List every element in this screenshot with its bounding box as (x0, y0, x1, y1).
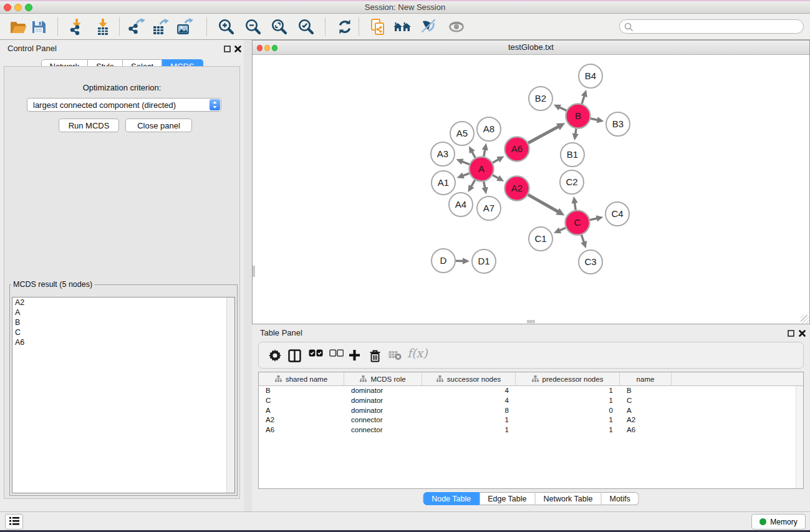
table-row[interactable]: A2connector11A2 (259, 415, 803, 425)
table-float-panel-icon[interactable] (787, 329, 795, 337)
dropdown-stepper-icon (210, 99, 220, 110)
edge-A-A6[interactable] (493, 159, 499, 163)
table-row[interactable]: Bdominator41B (259, 386, 803, 396)
mcds-result-item[interactable]: A6 (12, 337, 234, 347)
select-all-button[interactable] (309, 349, 323, 359)
edge-A-A5[interactable] (472, 152, 475, 158)
tab-network-table[interactable]: Network Table (536, 492, 602, 505)
mcds-result-title: MCDS result (5 nodes) (11, 280, 94, 289)
edge-B-B1[interactable] (576, 128, 576, 134)
table-row[interactable]: A6connector11A6 (259, 425, 803, 435)
open-session-button[interactable] (9, 17, 27, 36)
zoom-selected-button[interactable] (297, 17, 316, 36)
zoom-fit-button[interactable] (270, 17, 289, 36)
table-scrollbar[interactable] (796, 386, 803, 488)
close-window-button[interactable] (4, 4, 11, 11)
memory-button[interactable]: Memory (751, 514, 806, 530)
column-header-mcds-role[interactable]: MCDS role (344, 372, 422, 385)
edge-B-B2[interactable] (559, 107, 567, 110)
run-mcds-button[interactable]: Run MCDS (59, 118, 119, 132)
node-label-B: B (575, 110, 581, 121)
column-header-name[interactable]: name (620, 372, 672, 385)
edge-A-A3[interactable] (462, 162, 470, 165)
minimize-window-button[interactable] (14, 4, 22, 11)
criterion-dropdown[interactable]: largest connected component (directed) (27, 98, 221, 112)
export-table-button[interactable] (151, 17, 170, 36)
export-image-button[interactable] (175, 17, 194, 36)
network-close-button[interactable] (257, 45, 263, 51)
mcds-result-item[interactable]: C (12, 327, 234, 337)
mcds-result-item[interactable]: B (12, 317, 234, 327)
network-canvas[interactable]: B4B2BB3A8A5A6A3B1AA1C2A2A4A7C4CC1DD1C3 (253, 56, 809, 324)
cell-name: B (620, 386, 672, 396)
mcds-result-item[interactable]: A (12, 307, 234, 317)
close-panel-button[interactable]: Close panel (125, 118, 192, 132)
zoom-in-button[interactable] (217, 17, 236, 36)
refresh-button[interactable] (335, 17, 354, 36)
tab-edge-table[interactable]: Edge Table (480, 492, 535, 505)
edge-C-C1[interactable] (559, 228, 566, 230)
cell-mcds-role: dominator (344, 406, 422, 416)
home-view-button[interactable] (393, 17, 412, 36)
edge-A-A7[interactable] (484, 181, 485, 188)
window-resize-grip[interactable] (801, 315, 809, 323)
deselect-all-button[interactable] (329, 349, 344, 359)
tab-motifs[interactable]: Motifs (601, 492, 639, 505)
attribute-tree-icon (532, 375, 539, 382)
cell-mcds-role: dominator (344, 396, 422, 406)
edge-A6-B[interactable] (528, 127, 559, 143)
import-network-button[interactable] (67, 17, 86, 36)
titlebar[interactable]: Session: New Session (0, 1, 810, 14)
node-label-A: A (478, 163, 485, 174)
node-label-B4: B4 (585, 70, 596, 81)
control-panel: Control Panel NetworkStyleSelectMCDS Opt… (0, 40, 244, 511)
edge-C-C3[interactable] (581, 235, 584, 242)
column-header-predecessor-nodes[interactable]: predecessor nodes (516, 372, 620, 385)
column-label: MCDS role (370, 375, 405, 383)
edge-A-A1[interactable] (463, 173, 470, 176)
close-panel-icon[interactable] (234, 44, 242, 52)
search-input[interactable] (636, 21, 798, 32)
horizontal-scrollbar-hint[interactable] (527, 320, 535, 323)
show-graphics-details-button[interactable] (447, 17, 466, 36)
table-settings-button[interactable] (269, 349, 281, 364)
show-columns-button[interactable] (288, 349, 301, 364)
table-close-panel-icon[interactable] (798, 329, 806, 337)
edge-C-C2[interactable] (575, 203, 576, 210)
function-builder-button[interactable]: f(x) (407, 346, 428, 360)
save-session-button[interactable] (29, 17, 48, 36)
zoom-out-button[interactable] (244, 17, 263, 36)
mcds-result-item[interactable]: A2 (12, 297, 234, 307)
edge-C-C4[interactable] (590, 218, 597, 220)
float-panel-icon[interactable] (223, 44, 231, 52)
maximize-window-button[interactable] (25, 4, 32, 11)
import-table-button[interactable] (94, 17, 112, 36)
edge-A-A8[interactable] (484, 149, 485, 156)
mcds-result-list[interactable]: A2ABCA6 (12, 297, 235, 493)
task-history-button[interactable] (5, 514, 23, 530)
column-header-shared-name[interactable]: shared name (259, 372, 344, 385)
edge-A2-C[interactable] (528, 195, 558, 211)
network-window-title: testGlobe.txt (253, 41, 809, 54)
column-header-successor-nodes[interactable]: successor nodes (422, 372, 516, 385)
network-window-titlebar[interactable]: testGlobe.txt (253, 41, 809, 55)
vertical-scrollbar-hint[interactable] (253, 266, 255, 277)
network-minimize-button[interactable] (264, 45, 270, 51)
delete-table-button[interactable] (388, 349, 402, 362)
edge-B-B3[interactable] (591, 118, 598, 120)
network-maximize-button[interactable] (272, 45, 277, 51)
edge-A-A4[interactable] (471, 180, 475, 187)
edge-B-B4[interactable] (582, 95, 584, 104)
add-row-button[interactable] (349, 349, 360, 363)
arrowhead-icon (572, 133, 579, 141)
delete-row-button[interactable] (369, 349, 381, 364)
table-row[interactable]: Adominator80A (259, 406, 803, 416)
export-network-button[interactable] (127, 17, 146, 36)
copy-session-button[interactable] (369, 17, 387, 36)
hide-graphics-details-button[interactable] (420, 17, 438, 36)
tab-node-table[interactable]: Node Table (423, 492, 480, 505)
result-list-scrollbar[interactable] (226, 297, 234, 493)
window-title: Session: New Session (0, 1, 810, 13)
edge-A-A2[interactable] (493, 175, 499, 178)
table-row[interactable]: Cdominator41C (259, 396, 803, 406)
